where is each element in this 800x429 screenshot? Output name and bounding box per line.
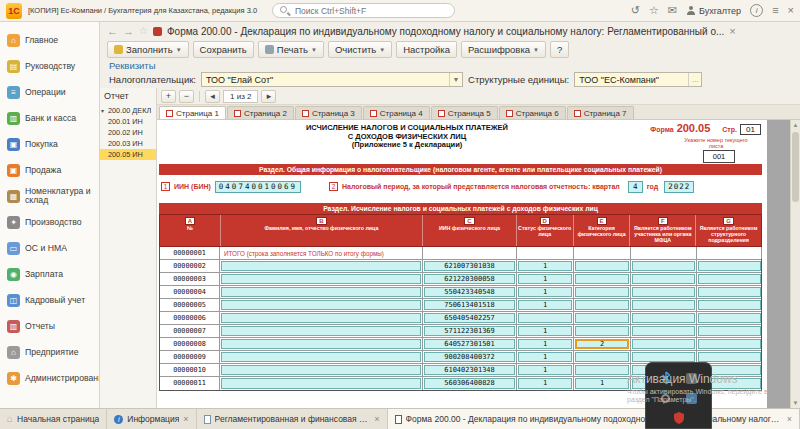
sidebar-item[interactable]: ✦ Производство: [0, 209, 99, 235]
fio-input[interactable]: [221, 326, 421, 336]
iin-cell[interactable]: 560306400828: [423, 377, 517, 390]
fio-input[interactable]: [221, 313, 421, 323]
unit-cell[interactable]: [697, 260, 762, 272]
choose-button[interactable]: …: [688, 73, 701, 86]
mfca-input[interactable]: [632, 326, 695, 336]
status-cell[interactable]: [517, 247, 574, 259]
unit-input[interactable]: [698, 339, 761, 349]
mfca-cell[interactable]: [631, 299, 697, 311]
category-input[interactable]: [575, 274, 629, 284]
mfca-cell[interactable]: [631, 312, 697, 324]
prev-sheet-button[interactable]: ◂: [205, 90, 220, 103]
mfca-cell[interactable]: [631, 351, 697, 363]
year-input[interactable]: 2022: [664, 181, 694, 193]
next-sheet-button[interactable]: ▸: [261, 90, 276, 103]
current-user[interactable]: Бухгалтер: [686, 6, 741, 16]
iin-input[interactable]: 640527301501: [424, 339, 515, 349]
row-number-cell[interactable]: 00000006: [160, 312, 220, 324]
iin-cell[interactable]: 621007301038: [423, 260, 517, 272]
tab-close-icon[interactable]: ×: [183, 414, 188, 424]
sidebar-item[interactable]: ◉ Зарплата: [0, 261, 99, 287]
status-cell[interactable]: 1: [517, 273, 574, 285]
mfca-cell[interactable]: [631, 286, 697, 298]
status-input[interactable]: 1: [518, 365, 572, 375]
iin-input[interactable]: 750613401518: [424, 300, 515, 310]
search-input[interactable]: [293, 5, 447, 17]
unit-input[interactable]: [698, 261, 761, 271]
fio-input[interactable]: [221, 274, 421, 284]
tab-form-200[interactable]: Форма 200.00 - Декларация по индивидуаль…: [388, 409, 800, 429]
unit-input[interactable]: [698, 352, 761, 362]
status-input[interactable]: 1: [518, 352, 572, 362]
page-tab[interactable]: Страница 4: [363, 106, 430, 119]
unit-cell[interactable]: [697, 338, 762, 350]
mfca-input[interactable]: [632, 287, 695, 297]
iin-cell[interactable]: 610402301348: [423, 364, 517, 376]
iin-input[interactable]: 621007301038: [424, 261, 515, 271]
units-field[interactable]: ТОО "ЕС-Компани" …: [574, 72, 702, 87]
row-number-cell[interactable]: 00000005: [160, 299, 220, 311]
window-close-icon[interactable]: ×: [788, 5, 794, 16]
tray-icon[interactable]: [658, 390, 674, 406]
iin-input[interactable]: 650405402257: [424, 313, 515, 323]
clear-button[interactable]: Очистить▼: [328, 41, 392, 58]
category-cell[interactable]: [574, 286, 631, 298]
tree-expander-icon[interactable]: ▾: [101, 107, 108, 114]
fio-input[interactable]: [221, 261, 421, 271]
status-cell[interactable]: 1: [517, 351, 574, 363]
status-input[interactable]: 1: [518, 287, 572, 297]
fio-cell[interactable]: [220, 338, 423, 350]
report-tree-item[interactable]: ▾ 200.01 ИН: [100, 116, 156, 127]
sidebar-item[interactable]: ✱ Администрирование: [0, 365, 99, 391]
iin-cell[interactable]: 640527301501: [423, 338, 517, 350]
mfca-input[interactable]: [632, 300, 695, 310]
iin-cell[interactable]: 900208400372: [423, 351, 517, 363]
fio-cell[interactable]: [220, 286, 423, 298]
row-number-cell[interactable]: 00000008: [160, 338, 220, 350]
security-shield-icon[interactable]: [671, 410, 687, 426]
mfca-cell[interactable]: [631, 338, 697, 350]
iin-input[interactable]: 610402301348: [424, 365, 515, 375]
combo-arrow-icon[interactable]: ▼: [449, 73, 462, 86]
row-number-cell[interactable]: 00000003: [160, 273, 220, 285]
fio-cell[interactable]: [220, 260, 423, 272]
category-input[interactable]: [575, 313, 629, 323]
iin-cell[interactable]: 650405402257: [423, 312, 517, 324]
status-cell[interactable]: 1: [517, 377, 574, 390]
iin-cell[interactable]: 550423340548: [423, 286, 517, 298]
category-cell[interactable]: [574, 312, 631, 324]
page-tab[interactable]: Страница 6: [499, 106, 566, 119]
fio-cell[interactable]: [220, 377, 423, 390]
tab-close-icon[interactable]: ×: [374, 414, 379, 424]
mfca-input[interactable]: [632, 313, 695, 323]
status-cell[interactable]: 1: [517, 325, 574, 337]
back-arrow-icon[interactable]: ←: [107, 26, 118, 37]
report-tree-item[interactable]: ▾ 200.02 ИН: [100, 127, 156, 138]
iin-input[interactable]: 571122301369: [424, 326, 515, 336]
category-cell[interactable]: [574, 260, 631, 272]
status-cell[interactable]: [517, 312, 574, 324]
sheet-number-input[interactable]: 001: [703, 150, 735, 163]
status-input[interactable]: 1: [518, 378, 572, 389]
iin-cell[interactable]: 571122301369: [423, 325, 517, 337]
unit-cell[interactable]: [697, 247, 762, 259]
category-cell[interactable]: [574, 325, 631, 337]
sidebar-item[interactable]: ▦ Номенклатура и склад: [0, 183, 99, 209]
status-input[interactable]: 1: [518, 300, 572, 310]
status-cell[interactable]: 1: [517, 364, 574, 376]
mfca-cell[interactable]: [631, 247, 697, 259]
fio-cell[interactable]: [220, 351, 423, 363]
fio-cell[interactable]: [220, 299, 423, 311]
status-input[interactable]: [518, 313, 572, 323]
iin-input[interactable]: 621220300058: [424, 274, 515, 284]
fio-cell[interactable]: [220, 273, 423, 285]
mfca-cell[interactable]: [631, 273, 697, 285]
report-tree-item[interactable]: ▾ 200.05 ИН: [100, 149, 156, 160]
page-tab[interactable]: Страница 5: [431, 106, 498, 119]
report-tree-item[interactable]: ▾ 200.03 ИН: [100, 138, 156, 149]
unit-input[interactable]: [698, 326, 761, 336]
unit-input[interactable]: [698, 287, 761, 297]
status-input[interactable]: 1: [518, 261, 572, 271]
unit-cell[interactable]: [697, 273, 762, 285]
status-input[interactable]: 1: [518, 274, 572, 284]
